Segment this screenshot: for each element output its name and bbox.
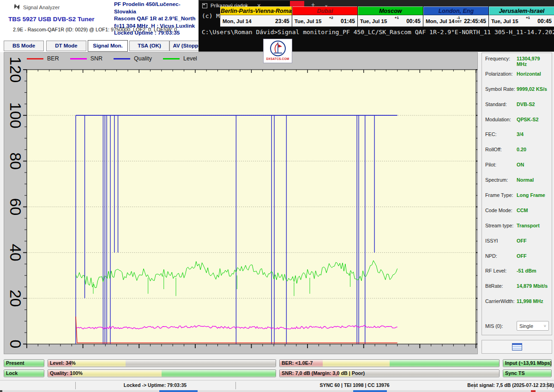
- legend-item-level: Level: [163, 55, 197, 62]
- bar-label: Present: [6, 360, 24, 367]
- param-rolloff: RollOff:0.20: [485, 147, 549, 162]
- chart-legend: BER SNR Quality Level: [27, 55, 197, 62]
- level-bar: Level: 34%: [48, 359, 276, 367]
- clock-london: London, Eng Mon, Jul 14 -1DST 22:45:45: [423, 6, 489, 27]
- cmd-icon: [202, 3, 207, 8]
- mis-label: MIS (0):: [485, 323, 517, 329]
- clock-berlin: Berlin-Paris-Vienna-Roma Mon, Jul 14 23:…: [220, 6, 292, 27]
- param-frame-type: Frame Type:Long Frame: [485, 192, 549, 208]
- snr-bar: SNR: 7,0 dB (Margin: 3,0 dB | Poor): [279, 369, 500, 377]
- dxsatcs-logo-icon: [270, 40, 286, 57]
- param-stream-type: Stream type:Transport: [485, 223, 549, 238]
- svg-text:0: 0: [7, 340, 24, 349]
- param-carrierwidth: CarrierWidth:11,998 MHz: [485, 298, 549, 314]
- param-symbol-rate: Symbol Rate:9999,02 KS/s: [485, 86, 549, 101]
- bar-label: BER: <1.0E-7: [282, 360, 313, 367]
- ts-list-icon-button[interactable]: [512, 343, 522, 350]
- clock-jerusalem-offset: +1: [526, 16, 530, 20]
- taskbar-edge[interactable]: [0, 390, 554, 392]
- console-prompt-line[interactable]: C:\Users\Roman Dávid>Signal monitoring_P…: [202, 29, 554, 36]
- level-line-swatch: [163, 58, 180, 59]
- bar-label: Quality: 100%: [50, 370, 83, 377]
- clock-dubai-offset: +2: [329, 16, 333, 20]
- screen: Signal Analyzer TBS 5927 USB DVB-S2 Tune…: [0, 0, 554, 392]
- present-indicator: Present: [4, 359, 44, 367]
- tab-tsa[interactable]: TSA (OK): [129, 41, 169, 51]
- lock-indicator: Lock: [4, 369, 44, 377]
- clock-jerusalem-date: Tue, Jul 15: [491, 18, 518, 24]
- bar-label: Level: 34%: [50, 360, 76, 367]
- ber-bar: BER: <1.0E-7: [279, 359, 500, 367]
- tab-bs-mode[interactable]: BS Mode: [4, 41, 44, 51]
- legend-item-snr: SNR: [70, 55, 102, 62]
- info-line-4: Locked Uptime : 79:03:35: [114, 30, 199, 37]
- signal-monitoring-chart: 020406080100120: [4, 53, 477, 354]
- sync-ts-indicator: Sync TS: [503, 369, 552, 377]
- param-spectrum: Spectrum:Normal: [485, 177, 549, 192]
- clock-jerusalem-time: 00:45: [537, 18, 552, 24]
- clock-london-offset: -1DST: [455, 16, 462, 24]
- clock-dubai-time: 01:45: [341, 18, 355, 24]
- mis-dropdown[interactable]: Single ˅: [517, 321, 549, 331]
- bar-label: Input (~13,91 Mbps): [505, 360, 552, 367]
- footer-best-signal: Best signal: 7,5 dB (2025-07-12 23:58): [467, 382, 554, 388]
- param-polarization: Polarization:Horizontal: [485, 71, 549, 86]
- tab-dt-mode[interactable]: DT Mode: [46, 41, 86, 51]
- footer-uptime: Locked -> Uptime: 79:03:35: [124, 382, 187, 388]
- dxsatcs-logo: DXSATCS.COM: [263, 39, 292, 63]
- footer-sync-counters: SYNC 60 | TEI 1098 | CC 13976: [319, 382, 389, 388]
- param-standard: Standard:DVB-S2: [485, 101, 549, 117]
- chevron-down-icon: ˅: [544, 324, 546, 328]
- info-line-3: f=11 304 MHz_H : Vicus Luxlink: [114, 23, 199, 30]
- window-title-row: Signal Analyzer: [14, 3, 60, 12]
- clock-london-city: London, Eng: [423, 6, 488, 15]
- svg-text:60: 60: [7, 198, 24, 216]
- transport-stream-button-box: [482, 340, 552, 354]
- bar-label: Lock: [6, 370, 18, 377]
- clock-london-date: Mon, Jul 14: [426, 18, 455, 24]
- tab-signal-mon[interactable]: Signal Mon.: [88, 40, 128, 52]
- clock-moscow-time: 00:45: [406, 18, 421, 24]
- clock-berlin-city: Berlin-Paris-Vienna-Roma: [220, 6, 292, 15]
- world-clocks: Berlin-Paris-Vienna-Roma Mon, Jul 14 23:…: [220, 6, 554, 27]
- quality-bar: Quality: 100%: [48, 369, 276, 377]
- clock-berlin-date: Mon, Jul 14: [223, 18, 252, 24]
- param-code-mode: Code Mode:CCM: [485, 208, 549, 223]
- svg-text:120: 120: [7, 57, 24, 83]
- quality-line-swatch: [114, 58, 130, 59]
- signal-chart-area: 020406080100120 BER SNR Quality Level: [4, 52, 478, 354]
- tuner-title: TBS 5927 USB DVB-S2 Tuner: [8, 16, 95, 23]
- app-icon: [14, 3, 20, 12]
- antenna-info-block: PF Prodelin 450/Lučenec-Slovakia Rascom …: [114, 1, 199, 37]
- clock-jerusalem-city: Jerusalem-Israel: [489, 6, 554, 15]
- svg-text:80: 80: [7, 152, 24, 170]
- legend-label-quality: Quality: [134, 55, 152, 62]
- red-indicator: [290, 1, 304, 6]
- clock-berlin-time: 23:45: [275, 18, 289, 24]
- parameters-box: Frequency:11304,979 MHz Polarization:Hor…: [482, 53, 552, 335]
- param-pilot: Pilot:ON: [485, 162, 549, 177]
- taskbar-start-edge: [0, 390, 2, 392]
- clock-moscow-offset: +1: [395, 16, 399, 20]
- taskbar-app-highlight: [159, 390, 198, 392]
- bar-label: Sync TS: [505, 370, 525, 377]
- clock-london-time: 22:45:45: [464, 18, 486, 24]
- param-bitrate: BitRate:14,879 Mbit/s: [485, 283, 549, 298]
- param-fec: FEC:3/4: [485, 131, 549, 147]
- svg-text:40: 40: [7, 244, 24, 261]
- input-bitrate-indicator: Input (~13,91 Mbps): [503, 359, 552, 367]
- mode-tabs: BS Mode DT Mode Signal Mon. TSA (OK) AV …: [4, 40, 216, 52]
- parameter-panel: Frequency:11304,979 MHz Polarization:Hor…: [478, 52, 554, 355]
- clock-jerusalem: Jerusalem-Israel Tue, Jul 15 +1 00:45: [489, 6, 554, 27]
- window-title: Signal Analyzer: [23, 5, 60, 10]
- dxsatcs-logo-text: DXSATCS.COM: [266, 57, 289, 60]
- param-rf-level: RF Level:-51 dBm: [485, 268, 549, 283]
- footer-divider: [235, 382, 236, 389]
- clock-moscow-date: Tue, Jul 15: [360, 18, 387, 24]
- clock-dubai-city: Dubai: [292, 6, 357, 15]
- legend-item-quality: Quality: [114, 55, 152, 62]
- param-mis: MIS (0): Single ˅: [485, 321, 549, 331]
- svg-text:20: 20: [7, 290, 24, 307]
- taskbar-red-mark: [531, 390, 536, 392]
- param-issyi: ISSYIOFF: [485, 238, 549, 253]
